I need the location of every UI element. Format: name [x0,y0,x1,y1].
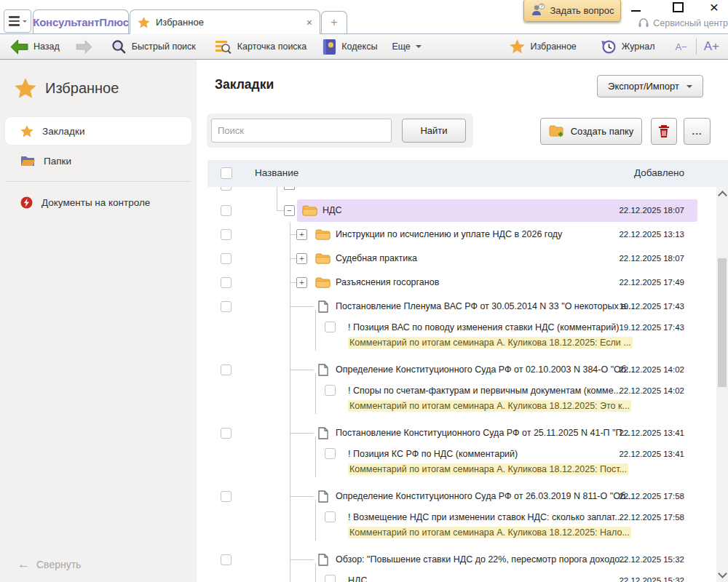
row-checkbox[interactable] [221,205,232,216]
window-chrome: КонсультантПлюс Избранное × + × Сервисны… [0,0,728,33]
row-label: Постановление Конституционного Суда РФ о… [336,428,630,438]
row-checkbox[interactable] [325,448,336,459]
tree-line [290,496,314,497]
scrollbar-thumb[interactable] [718,258,727,387]
journal-button[interactable]: Журнал [601,39,655,55]
tree-line [290,370,314,370]
tree-row[interactable]: НДС22.12.2025 15:32 [197,572,716,582]
window-close-button[interactable]: × [702,0,727,15]
new-folder-icon [549,125,565,138]
tree-row[interactable]: ! Споры по счетам-фактурам и первичным д… [197,382,716,421]
search-card-icon [215,39,232,54]
row-date: 22.12.2025 14:02 [619,386,684,395]
more-actions-button[interactable]: ... [684,118,711,145]
tree-row[interactable]: +Судебная практика22.12.2025 18:07 [197,247,716,271]
row-checkbox[interactable] [221,187,232,191]
row-checkbox[interactable] [221,301,232,312]
sidebar-title: Избранное [0,60,197,99]
back-button[interactable]: Назад [10,39,60,55]
scroll-up-icon[interactable] [718,191,727,200]
sidebar-item-folders[interactable]: Папки [0,147,197,175]
row-checkbox[interactable] [221,364,232,375]
row-checkbox[interactable] [221,428,232,439]
row-checkbox[interactable] [325,511,336,522]
star-icon [20,125,33,137]
more-button[interactable]: Еще [392,41,421,52]
row-checkbox[interactable] [325,322,336,332]
tree-row[interactable] [197,187,716,199]
window-minimize-button[interactable] [623,0,648,15]
column-name: Название [255,167,298,178]
row-date: 22.12.2025 13:13 [619,230,684,239]
ask-question-button[interactable]: ? Задать вопрос [523,0,621,22]
font-increase-button[interactable]: А+ [704,39,719,54]
scroll-down-icon[interactable] [718,569,727,578]
chevron-down-icon [23,20,27,25]
tree-row[interactable]: +Разъяснения госорганов22.12.2025 17:49 [197,271,716,295]
back-arrow-icon [10,39,28,55]
search-card-button[interactable]: Карточка поиска [215,39,307,54]
forward-button[interactable] [76,40,92,54]
row-checkbox[interactable] [325,575,336,582]
row-checkbox[interactable] [221,277,232,288]
tree-line [315,436,316,477]
tab-favorites[interactable]: Избранное × [130,9,320,34]
row-checkbox[interactable] [221,229,232,240]
expander-button[interactable] [284,187,295,190]
favorites-button[interactable]: Избранное [510,39,576,54]
minimize-icon [631,10,641,12]
chevron-down-icon [687,85,692,91]
row-checkbox[interactable] [221,491,232,502]
font-decrease-button[interactable]: А− [675,41,687,52]
tree-row[interactable]: ! Возмещение НДС при изменении ставок НД… [197,509,716,548]
quick-search-button[interactable]: Быстрый поиск [111,39,196,55]
tree-row[interactable]: +Инструкции по исчислению и уплате НДС в… [197,223,716,247]
tab-close-icon[interactable]: × [306,17,312,28]
row-checkbox[interactable] [325,385,336,396]
tree-row[interactable]: ! Позиция ВАС по поводу изменения ставки… [197,319,716,358]
tree-row[interactable]: Постановление Пленума ВАС РФ от 30.05.20… [197,295,716,319]
row-label: ! Позиция ВАС по поводу изменения ставки… [348,322,619,332]
delete-button[interactable] [651,118,677,145]
close-icon: × [710,1,719,13]
tab-home[interactable]: КонсультантПлюс [33,9,129,33]
expander-button[interactable]: + [296,229,307,240]
sidebar-item-bookmarks[interactable]: Закладки [5,117,191,145]
tree-row[interactable]: Обзор: "Повышение ставки НДС до 22%, пер… [197,548,716,572]
sidebar-divider [6,181,191,182]
plus-icon: + [331,16,337,29]
assistant-icon: ? [531,3,545,17]
expander-button[interactable]: − [284,205,295,216]
search-input[interactable] [211,119,392,143]
codes-button[interactable]: Кодексы [323,39,377,55]
new-tab-button[interactable]: + [321,11,347,33]
window-maximize-button[interactable] [665,0,690,15]
collapse-sidebar-button[interactable]: ← Свернуть [17,559,81,570]
vertical-scrollbar[interactable] [716,187,728,582]
expander-button[interactable]: + [296,253,307,264]
tree-line [315,563,316,582]
service-center-link[interactable]: Сервисный центр [638,18,728,28]
tree-row[interactable]: Определение Конституционного Суда РФ от … [197,485,716,509]
forward-arrow-icon [76,40,92,54]
star-icon [510,39,525,54]
create-folder-button[interactable]: Создать папку [540,118,642,145]
tree-row[interactable]: Определение Конституционного Суда РФ от … [197,358,716,382]
row-checkbox[interactable] [221,253,232,264]
select-all-checkbox[interactable] [221,167,232,179]
row-checkbox[interactable] [221,554,232,565]
row-label: ! Споры по счетам-фактурам и первичным д… [348,386,621,396]
tree-row[interactable]: −НДС22.12.2025 18:07 [197,199,716,223]
sidebar-item-docs-on-control[interactable]: Документы на контроле [0,188,197,216]
row-label: Судебная практика [336,253,417,263]
tree-row[interactable]: Постановление Конституционного Суда РФ о… [197,421,716,445]
row-label: НДС [323,205,342,215]
table-header: Название Добавлено [207,160,728,187]
expander-button[interactable]: + [296,277,307,288]
find-button[interactable]: Найти [402,119,466,143]
export-import-button[interactable]: Экспорт/Импорт [597,75,703,97]
main-menu-button[interactable] [4,9,31,33]
row-label: ! Позиция КС РФ по НДС (комментарий) [348,449,518,459]
tree-row[interactable]: ! Позиция КС РФ по НДС (комментарий)Комм… [197,445,716,485]
row-date: 22.12.2025 17:49 [619,278,684,287]
